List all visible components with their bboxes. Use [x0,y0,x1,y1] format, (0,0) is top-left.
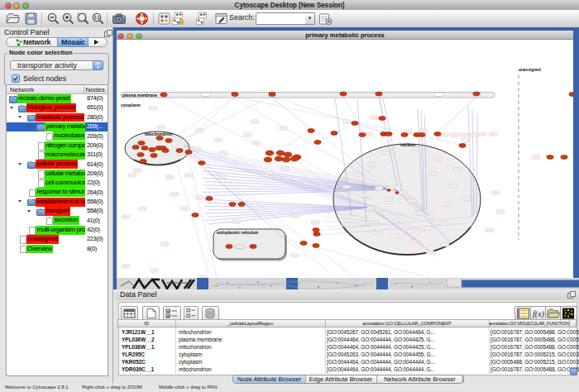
svg-text:1:1: 1:1 [94,16,100,20]
svg-text:f(x): f(x) [533,309,545,319]
svg-text:nucleus: nucleus [400,143,415,147]
svg-text:unassigned: unassigned [519,68,541,72]
svg-text:mitochondrion: mitochondrion [145,132,173,136]
svg-text:plasma membrane: plasma membrane [122,93,157,98]
svg-text:endoplasmic reticulum: endoplasmic reticulum [217,231,258,235]
svg-text:cytoplasm: cytoplasm [121,103,141,108]
